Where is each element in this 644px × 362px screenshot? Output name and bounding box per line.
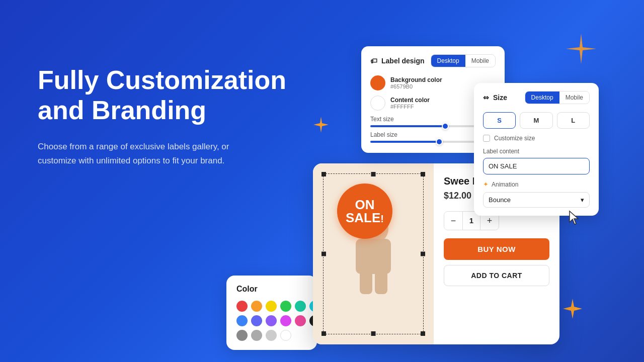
- bg-color-info: Background color #6579B0: [390, 76, 442, 89]
- handle-bl[interactable]: [321, 331, 326, 336]
- chevron-down-icon: ▾: [581, 196, 584, 204]
- content-color-swatch[interactable]: [370, 96, 385, 111]
- bg-color-swatch[interactable]: [370, 75, 385, 90]
- color-swatch-pink[interactable]: [295, 315, 306, 326]
- label-design-tab-group[interactable]: Desktop Mobile: [431, 54, 496, 67]
- color-swatch-green[interactable]: [280, 301, 291, 312]
- add-to-cart-button[interactable]: ADD TO CART: [444, 265, 549, 286]
- handle-ml[interactable]: [321, 252, 326, 256]
- label-content-input[interactable]: [483, 158, 590, 174]
- color-swatch-indigo[interactable]: [251, 315, 262, 326]
- color-grid: [236, 301, 307, 341]
- panel-header: 🏷 Label design Desktop Mobile: [370, 54, 496, 67]
- color-panel-title: Color: [236, 285, 307, 294]
- size-panel-title-group: ⇔ Size: [483, 94, 507, 102]
- size-icon: ⇔: [483, 94, 489, 102]
- customize-size-checkbox[interactable]: [483, 135, 490, 142]
- color-swatch-white[interactable]: [280, 330, 291, 341]
- animation-value: Bounce: [489, 196, 511, 204]
- label-content-label: Label content: [483, 148, 590, 155]
- size-tab-group[interactable]: Desktop Mobile: [525, 91, 590, 104]
- content-color-hex: #FFFFFF: [390, 104, 430, 110]
- size-btn-m[interactable]: M: [520, 112, 552, 129]
- badge-exclaim: !: [380, 213, 384, 224]
- handle-br[interactable]: [421, 331, 425, 336]
- handle-mr[interactable]: [421, 252, 425, 256]
- animation-row: ✦ Animation: [483, 180, 590, 188]
- sparkle-decoration-bottom-right: [561, 298, 584, 322]
- doll-leg-left: [360, 269, 372, 294]
- on-sale-badge: ON SALE!: [337, 184, 392, 239]
- color-swatch-purple[interactable]: [266, 315, 277, 326]
- handle-bm[interactable]: [371, 331, 376, 336]
- page-title: Fully Customization and Branding: [38, 65, 330, 126]
- handle-tm[interactable]: [371, 172, 376, 176]
- size-button-group: S M L: [483, 112, 590, 129]
- size-btn-s[interactable]: S: [483, 112, 516, 129]
- color-swatch-light-blue[interactable]: [236, 315, 248, 326]
- sparkle-decoration-top-right: [564, 31, 599, 73]
- color-swatch-silver[interactable]: [266, 330, 277, 341]
- color-panel: Color: [226, 276, 317, 350]
- animation-select[interactable]: Bounce ▾: [483, 192, 590, 208]
- customize-size-label: Customize size: [494, 135, 535, 142]
- handle-tr[interactable]: [421, 172, 425, 176]
- label-icon: 🏷: [370, 57, 377, 65]
- customize-size-row: Customize size: [483, 135, 590, 142]
- badge-line1: ON: [355, 198, 375, 211]
- panel-title-group: 🏷 Label design: [370, 57, 425, 65]
- color-swatch-yellow[interactable]: [266, 301, 277, 312]
- color-swatch-gray[interactable]: [236, 330, 248, 341]
- size-tab-desktop[interactable]: Desktop: [525, 92, 559, 104]
- badge-line2: SALE!: [346, 211, 384, 224]
- label-design-title: Label design: [381, 57, 425, 65]
- doll-leg-right: [375, 269, 387, 294]
- product-image-area: ON SALE!: [313, 163, 434, 344]
- color-swatch-light-gray[interactable]: [251, 330, 262, 341]
- color-swatch-teal[interactable]: [295, 301, 306, 312]
- size-tab-mobile[interactable]: Mobile: [559, 92, 589, 104]
- size-btn-l[interactable]: L: [557, 112, 590, 129]
- hero-content: Fully Customization and Branding Choose …: [38, 65, 330, 168]
- content-color-info: Content color #FFFFFF: [390, 97, 430, 110]
- size-panel-header: ⇔ Size Desktop Mobile: [483, 91, 590, 104]
- color-swatch-orange[interactable]: [251, 301, 262, 312]
- buy-now-button[interactable]: BUY NOW: [444, 238, 549, 260]
- tab-mobile[interactable]: Mobile: [465, 55, 495, 67]
- bg-color-label: Background color: [390, 76, 442, 83]
- color-swatch-red[interactable]: [236, 301, 248, 312]
- tab-desktop[interactable]: Desktop: [431, 55, 465, 67]
- color-swatch-fuchsia[interactable]: [280, 315, 291, 326]
- size-panel: ⇔ Size Desktop Mobile S M L Customize si…: [474, 83, 599, 216]
- bg-color-hex: #6579B0: [390, 83, 442, 89]
- handle-tl[interactable]: [321, 172, 326, 176]
- page-subtitle: Choose from a range of exclusive labels …: [38, 140, 254, 168]
- quantity-decrease-button[interactable]: −: [444, 212, 462, 230]
- animation-star-icon: ✦: [483, 180, 489, 188]
- animation-label: Animation: [492, 181, 518, 188]
- content-color-label: Content color: [390, 97, 430, 104]
- size-panel-title: Size: [493, 94, 507, 102]
- doll-torso: [356, 239, 391, 274]
